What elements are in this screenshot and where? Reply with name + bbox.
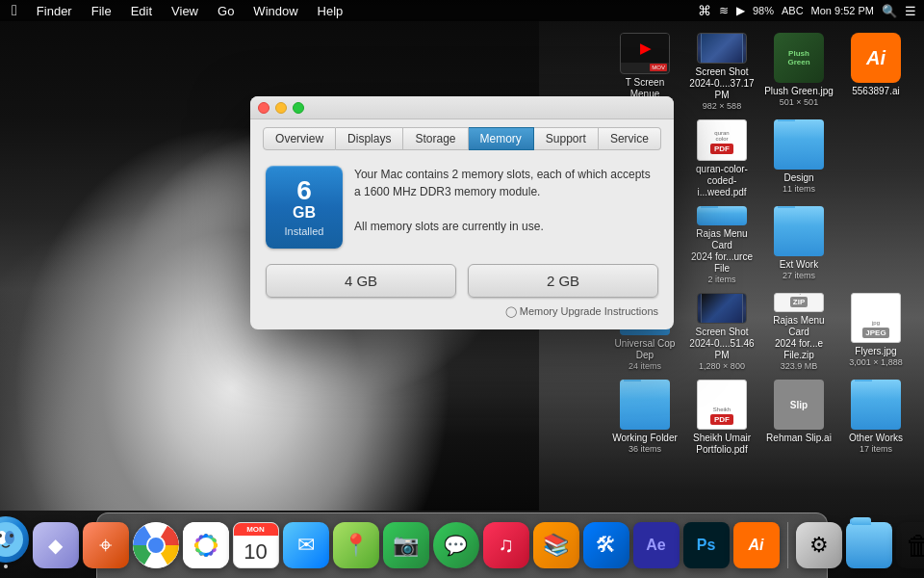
dock-itunes[interactable]: ♫ [483,522,529,568]
list-item[interactable]: Rajas Menu Card2024 for...urce File 2 it… [683,202,760,289]
volume-icon[interactable]: ▶ [736,4,745,17]
menu-help[interactable]: Help [314,2,347,20]
bluetooth-icon: ≋ [719,4,729,17]
dock-launchpad[interactable]: ⌖ [83,522,129,568]
dock-facetime[interactable]: 📷 [383,522,429,568]
list-item[interactable]: Design 11 items [760,116,837,202]
memory-module-2[interactable]: 2 GB [468,264,658,298]
dock-photos[interactable] [183,522,229,568]
list-item[interactable]: Ai 5563897.ai [837,29,914,116]
memory-desc-line1: Your Mac contains 2 memory slots, each o… [354,166,658,183]
dock-system-preferences[interactable]: ⚙ [796,522,842,568]
list-item[interactable]: Ext Work 27 items [760,202,837,289]
window-controls [258,102,304,114]
dialog-content: 6 GB Installed Your Mac contains 2 memor… [250,150,674,264]
dock-items: ◆ ⌖ [0,516,924,574]
memory-upgrade-link[interactable]: Memory Upgrade Instructions [520,305,658,317]
dock-messages[interactable]: 💬 [433,522,479,568]
dock-finder[interactable] [0,516,29,568]
menubar:  Finder File Edit View Go Window Help ⌘… [0,0,924,21]
memory-upgrade-section: ◯ Memory Upgrade Instructions [250,305,674,329]
memory-installed-label: Installed [281,225,327,237]
memory-modules: 4 GB 2 GB [250,264,674,305]
memory-badge: 6 GB Installed [266,166,343,249]
list-item[interactable]: jpg JPEG Flyers.jpg 3,001 × 1,888 [837,289,914,376]
wifi-icon[interactable]: ⌘ [698,3,711,18]
memory-module-1[interactable]: 4 GB [266,264,456,298]
memory-desc-line4: All memory slots are currently in use. [354,218,658,235]
maximize-button[interactable] [293,102,304,114]
dock-chrome[interactable] [133,522,179,568]
minimize-button[interactable] [275,102,287,114]
menu-window[interactable]: Window [249,2,301,20]
menu-go[interactable]: Go [214,2,238,20]
list-item[interactable]: Screen Shot2024-0....37.17 PM 982 × 588 [683,29,760,116]
memory-description: Your Mac contains 2 memory slots, each o… [354,166,658,235]
list-item[interactable]: qurancolor PDF quran-color-coded-i...wee… [683,116,760,202]
dock-divider [787,522,788,568]
tab-overview[interactable]: Overview [263,127,336,150]
tab-storage[interactable]: Storage [403,127,468,150]
list-item[interactable]: PlushGreen Plush Green.jpg 501 × 501 [760,29,837,116]
menu-finder[interactable]: Finder [33,2,76,20]
dock-appstore[interactable]: 🛠 [583,522,629,568]
dock-folder[interactable] [846,522,892,568]
dialog-titlebar [250,96,674,119]
memory-unit: GB [281,204,327,222]
dock-illustrator[interactable]: Ai [733,522,780,568]
menubar-left:  Finder File Edit View Go Window Help [8,0,346,21]
dock-mail[interactable]: ✉ [283,522,329,568]
dock-books[interactable]: 📚 [533,522,579,568]
system-info-dialog: Overview Displays Storage Memory Support… [250,96,674,329]
search-icon[interactable]: 🔍 [882,4,897,18]
list-item[interactable]: Screen Shot2024-0....51.46 PM 1,280 × 80… [683,289,760,376]
dock: ◆ ⌖ [0,509,924,578]
apple-menu[interactable]:  [8,0,21,21]
close-button[interactable] [258,102,270,114]
desktop:  Finder File Edit View Go Window Help ⌘… [0,0,924,578]
svg-point-7 [148,538,164,553]
list-item[interactable]: Sheikh PDF Sheikh UmairPortfolio.pdf [683,376,760,462]
list-item[interactable]: Slip Rehman Slip.ai [760,376,837,462]
dock-maps[interactable]: 📍 [333,522,379,568]
tab-displays[interactable]: Displays [336,127,403,150]
dock-aftereffects[interactable]: Ae [633,522,680,568]
menubar-right: ⌘ ≋ ▶ 98% ABC Mon 9:52 PM 🔍 ☰ [698,3,916,18]
svg-point-2 [5,531,14,544]
dock-trash[interactable]: 🗑 [896,522,925,568]
list-item[interactable]: zip ZIP Rajas Menu Card2024 for...e File… [760,289,837,376]
tab-service[interactable]: Service [599,127,661,150]
svg-point-4 [10,534,13,538]
calendar-day: 10 [244,536,267,567]
dock-running-dot [4,565,8,568]
dock-calendar[interactable]: MON 10 [233,522,279,568]
clock: Mon 9:52 PM [811,5,874,16]
circle-icon: ◯ [505,305,517,317]
menu-file[interactable]: File [88,2,116,20]
abc-indicator: ABC [782,5,804,16]
dialog-tabs: Overview Displays Storage Memory Support… [250,119,674,150]
dock-photoshop[interactable]: Ps [683,522,730,568]
menu-view[interactable]: View [167,2,202,20]
list-item[interactable]: Working Folder 36 items [606,376,683,462]
battery-indicator[interactable]: 98% [753,5,774,16]
tab-memory[interactable]: Memory [469,127,534,150]
list-item[interactable]: Other Works 17 items [837,376,914,462]
memory-number: 6 [281,177,327,204]
menu-edit[interactable]: Edit [127,2,156,20]
svg-point-19 [198,538,214,553]
tab-support[interactable]: Support [534,127,599,150]
notification-icon[interactable]: ☰ [905,4,916,18]
memory-desc-line2: a 1600 MHz DDR3 memory module. [354,183,658,200]
dock-siri[interactable]: ◆ [33,522,79,568]
